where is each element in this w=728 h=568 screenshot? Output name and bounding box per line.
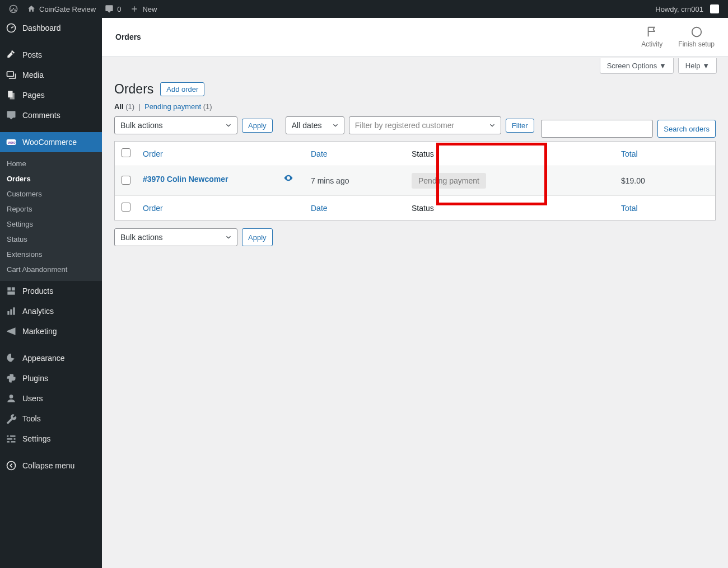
order-link[interactable]: #3970 Colin Newcomer: [143, 175, 228, 184]
svg-point-13: [10, 395, 13, 398]
status-badge: Pending payment: [412, 173, 486, 189]
svg-rect-4: [10, 93, 15, 100]
order-date: 7 mins ago: [305, 166, 406, 195]
sidebar-media[interactable]: Media: [0, 65, 102, 85]
sidebar-users[interactable]: Users: [0, 388, 102, 409]
search-input[interactable]: [541, 120, 653, 138]
view-filters: All (1) | Pending payment (1): [114, 102, 716, 111]
view-pending[interactable]: Pending payment (1): [144, 102, 212, 111]
apply-button-bottom[interactable]: Apply: [242, 228, 273, 246]
dates-select[interactable]: All dates: [286, 116, 344, 134]
svg-rect-7: [7, 287, 11, 290]
preview-icon[interactable]: [277, 173, 300, 185]
avatar: [710, 4, 719, 13]
svg-rect-2: [7, 72, 14, 76]
svg-rect-14: [7, 435, 16, 437]
sidebar-dashboard[interactable]: Dashboard: [0, 18, 102, 38]
sidebar-plugins[interactable]: Plugins: [0, 368, 102, 388]
svg-point-20: [7, 462, 16, 470]
woo-sub-cart[interactable]: Cart Abandonment: [0, 262, 102, 277]
svg-rect-9: [7, 292, 15, 295]
sidebar-appearance[interactable]: Appearance: [0, 348, 102, 368]
circle-icon: [690, 26, 703, 38]
finish-setup-button[interactable]: Finish setup: [678, 26, 715, 48]
sidebar-collapse[interactable]: Collapse menu: [0, 456, 102, 476]
flag-icon: [646, 26, 658, 38]
col-status-foot: Status: [406, 195, 615, 220]
svg-rect-8: [12, 287, 15, 290]
col-date-foot[interactable]: Date: [311, 204, 328, 213]
sidebar-marketing[interactable]: Marketing: [0, 321, 102, 341]
sidebar-woocommerce[interactable]: wooWooCommerce: [0, 132, 102, 152]
order-total: $19.00: [615, 166, 715, 195]
filter-button[interactable]: Filter: [506, 119, 534, 133]
sidebar-tools[interactable]: Tools: [0, 409, 102, 429]
svg-point-19: [10, 441, 11, 443]
svg-rect-15: [7, 438, 16, 440]
sidebar-products[interactable]: Products: [0, 281, 102, 301]
row-checkbox[interactable]: [122, 176, 130, 185]
site-link[interactable]: CoinGate Review: [22, 0, 100, 18]
apply-button-top[interactable]: Apply: [242, 119, 273, 133]
sidebar-posts[interactable]: Posts: [0, 45, 102, 65]
col-status: Status: [406, 142, 615, 166]
customer-filter[interactable]: Filter by registered customer: [349, 116, 501, 134]
sidebar-analytics[interactable]: Analytics: [0, 301, 102, 321]
sidebar-pages[interactable]: Pages: [0, 85, 102, 105]
howdy-link[interactable]: Howdy, crn001: [651, 0, 724, 18]
sidebar-comments[interactable]: Comments: [0, 105, 102, 125]
select-all-bottom[interactable]: [122, 203, 130, 212]
svg-point-22: [288, 177, 290, 179]
svg-point-21: [692, 27, 701, 37]
page-title: Orders: [115, 32, 141, 41]
woo-sub-status[interactable]: Status: [0, 232, 102, 247]
svg-text:woo: woo: [7, 140, 15, 144]
svg-point-17: [8, 435, 10, 437]
col-total-foot[interactable]: Total: [621, 204, 638, 213]
woo-sub-settings[interactable]: Settings: [0, 217, 102, 232]
svg-rect-11: [10, 309, 12, 315]
svg-point-18: [12, 438, 14, 440]
activity-button[interactable]: Activity: [641, 26, 662, 48]
woo-sub-reports[interactable]: Reports: [0, 201, 102, 217]
wp-logo[interactable]: [4, 0, 22, 18]
search-button[interactable]: Search orders: [657, 120, 716, 138]
bulk-actions-select-bottom[interactable]: Bulk actions: [114, 228, 237, 246]
page-heading: Orders: [114, 82, 153, 97]
comments-link[interactable]: 0: [100, 0, 125, 18]
new-link[interactable]: New: [125, 0, 161, 18]
add-order-button[interactable]: Add order: [160, 82, 204, 96]
select-all-top[interactable]: [122, 148, 130, 157]
col-order-foot[interactable]: Order: [143, 204, 163, 213]
svg-rect-12: [13, 307, 15, 314]
woo-sub-home[interactable]: Home: [0, 156, 102, 171]
bulk-actions-select[interactable]: Bulk actions: [114, 116, 237, 134]
col-order[interactable]: Order: [143, 149, 163, 158]
sidebar-settings[interactable]: Settings: [0, 429, 102, 449]
col-date[interactable]: Date: [311, 149, 328, 158]
col-total[interactable]: Total: [621, 149, 638, 158]
svg-rect-10: [7, 311, 9, 315]
woo-sub-extensions[interactable]: Extensions: [0, 247, 102, 262]
woo-sub-customers[interactable]: Customers: [0, 186, 102, 201]
woo-sub-orders[interactable]: Orders: [0, 171, 102, 186]
